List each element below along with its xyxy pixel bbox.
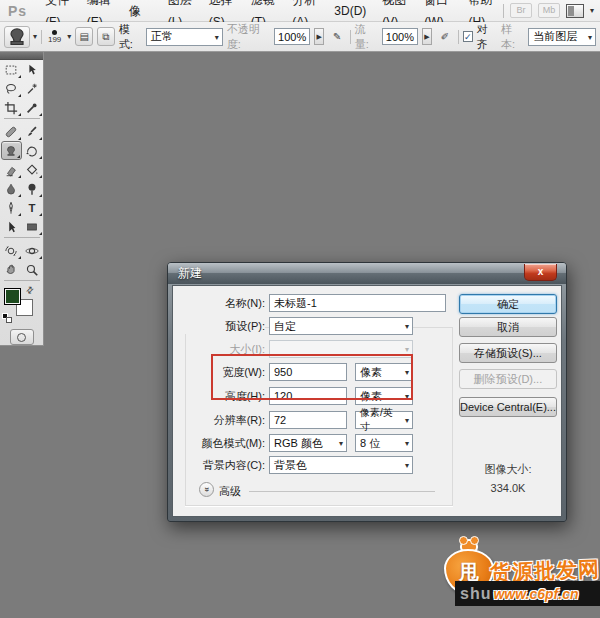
brush-preset-picker[interactable]: 199 <box>46 29 63 45</box>
tools-panel: T ⇄ <box>0 52 44 346</box>
photoshop-window: Ps 文件(F)编辑(E)图像(I)图层(L)选择(S)滤镜(T)分析(A)3D… <box>0 0 600 618</box>
combo-arrow-icon: ▾ <box>405 461 409 470</box>
svg-text:T: T <box>29 201 36 213</box>
paint-bucket-tool[interactable] <box>22 160 43 179</box>
healing-brush-tool[interactable] <box>1 122 22 141</box>
width-input[interactable] <box>269 363 347 381</box>
opacity-label: 不透明度: <box>227 22 270 52</box>
save-preset-button[interactable]: 存储预设(S)... <box>459 343 557 363</box>
launch-mb-button[interactable]: Mb <box>538 3 560 18</box>
launch-bridge-button[interactable]: Br <box>510 3 532 18</box>
blur-tool[interactable] <box>1 179 22 198</box>
tool-divider <box>4 280 40 284</box>
chevron-down-icon: » <box>200 487 213 492</box>
zoom-tool[interactable] <box>22 260 43 279</box>
toggle-brush-panel-button[interactable]: ▤ <box>75 27 93 46</box>
history-brush-tool[interactable] <box>22 141 43 160</box>
move-tool[interactable] <box>22 60 43 79</box>
preset-label: 预设(P): <box>173 319 265 334</box>
clone-stamp-tool[interactable] <box>1 141 22 160</box>
swap-colors-icon[interactable]: ⇄ <box>24 284 36 296</box>
magic-wand-tool[interactable] <box>22 79 43 98</box>
resolution-input[interactable] <box>269 411 347 429</box>
eyedropper-tool[interactable] <box>22 98 43 117</box>
brush-dropdown-arrow-icon[interactable]: ▾ <box>67 32 71 41</box>
color-mode-label: 颜色模式(M): <box>173 436 265 451</box>
pen-tool[interactable] <box>1 198 22 217</box>
separator <box>350 30 351 44</box>
sample-value: 当前图层 <box>533 29 577 44</box>
rectangular-marquee-tool[interactable] <box>1 60 22 79</box>
aligned-checkbox[interactable]: ✓ <box>463 31 473 42</box>
foreground-color-swatch[interactable] <box>4 288 21 305</box>
combo-arrow-icon: ▾ <box>405 345 409 354</box>
advanced-divider <box>249 491 435 492</box>
default-colors-icon[interactable] <box>2 313 12 323</box>
resolution-unit-select[interactable]: 像素/英寸 ▾ <box>355 411 413 429</box>
flow-value: 100% <box>386 31 414 43</box>
tools-panel-header[interactable] <box>0 52 43 60</box>
flow-label: 流量: <box>355 22 378 52</box>
tool-preset-arrow-icon[interactable]: ▾ <box>33 32 37 41</box>
ok-button[interactable]: 确定 <box>459 294 557 314</box>
quick-mask-icon <box>17 333 26 342</box>
blend-mode-select[interactable]: 正常 ▾ <box>146 28 223 46</box>
width-unit-select[interactable]: 像素 ▾ <box>355 363 413 381</box>
tool-options-bar: ▾ 199 ▾ ▤ ⧉ 模式: 正常 ▾ 不透明度: 100% ▶ ✎ 流量: … <box>0 22 600 52</box>
3d-rotate-tool[interactable] <box>1 241 22 260</box>
size-select-disabled: ▾ <box>269 340 413 358</box>
dialog-close-button[interactable]: x <box>524 264 557 281</box>
tool-preset-picker[interactable] <box>4 26 30 48</box>
opacity-slider-arrow[interactable]: ▶ <box>314 28 324 45</box>
opacity-input[interactable]: 100% <box>274 28 310 45</box>
workspace-dropdown-arrow-icon[interactable]: ▾ <box>590 6 594 15</box>
flow-slider-arrow[interactable]: ▶ <box>422 28 432 45</box>
sample-select[interactable]: 当前图层 ▾ <box>528 28 596 46</box>
dialog-body: 名称(N): 预设(P): 自定 ▾ 大小(I): ▾ 宽度(W): <box>172 285 562 517</box>
separator <box>458 30 459 44</box>
device-central-button[interactable]: Device Central(E)... <box>459 397 557 417</box>
height-label: 高度(H): <box>173 389 265 404</box>
type-tool[interactable]: T <box>22 198 43 217</box>
menu-item[interactable]: 3D(D) <box>326 0 374 22</box>
sample-label: 样本: <box>501 22 524 52</box>
rectangle-shape-tool[interactable] <box>22 217 43 236</box>
crop-tool[interactable] <box>1 98 22 117</box>
clone-stamp-icon <box>5 25 29 49</box>
height-unit-select[interactable]: 像素 ▾ <box>355 387 413 405</box>
resolution-unit-value: 像素/英寸 <box>360 406 398 434</box>
dialog-title[interactable]: 新建 <box>168 263 566 284</box>
background-contents-select[interactable]: 背景色 ▾ <box>269 456 413 474</box>
brush-tool[interactable] <box>22 122 43 141</box>
resolution-label: 分辨率(R): <box>173 413 265 428</box>
preset-select[interactable]: 自定 ▾ <box>269 317 413 335</box>
path-selection-tool[interactable] <box>1 217 22 236</box>
background-contents-label: 背景内容(C): <box>173 458 265 473</box>
3d-orbit-tool[interactable] <box>22 241 43 260</box>
color-mode-value: RGB 颜色 <box>274 436 323 451</box>
blend-mode-value: 正常 <box>151 29 173 44</box>
airbrush-icon[interactable]: ✐ <box>436 27 453 46</box>
advanced-expander-button[interactable]: » <box>199 482 214 497</box>
eraser-tool[interactable] <box>1 160 22 179</box>
bit-depth-select[interactable]: 8 位 ▾ <box>355 434 413 452</box>
bit-depth-value: 8 位 <box>360 436 380 451</box>
lasso-tool[interactable] <box>1 79 22 98</box>
width-unit-value: 像素 <box>360 365 382 380</box>
name-input[interactable] <box>269 294 446 312</box>
flow-input[interactable]: 100% <box>382 28 418 45</box>
cancel-button[interactable]: 取消 <box>459 317 557 337</box>
aligned-label: 对齐 <box>477 22 497 52</box>
advanced-label: 高级 <box>219 484 241 499</box>
height-input[interactable] <box>269 387 347 405</box>
combo-arrow-icon: ▾ <box>405 416 409 425</box>
quick-mask-button[interactable] <box>10 329 34 345</box>
toggle-clone-source-panel-button[interactable]: ⧉ <box>97 27 115 46</box>
dodge-tool[interactable] <box>22 179 43 198</box>
pen-pressure-opacity-icon[interactable]: ✎ <box>328 27 345 46</box>
separator <box>41 30 42 44</box>
workspace-switcher-icon[interactable] <box>566 4 584 18</box>
color-mode-select[interactable]: RGB 颜色 ▾ <box>269 434 347 452</box>
hand-tool[interactable] <box>1 260 22 279</box>
image-size-label: 图像大小: <box>459 462 557 477</box>
